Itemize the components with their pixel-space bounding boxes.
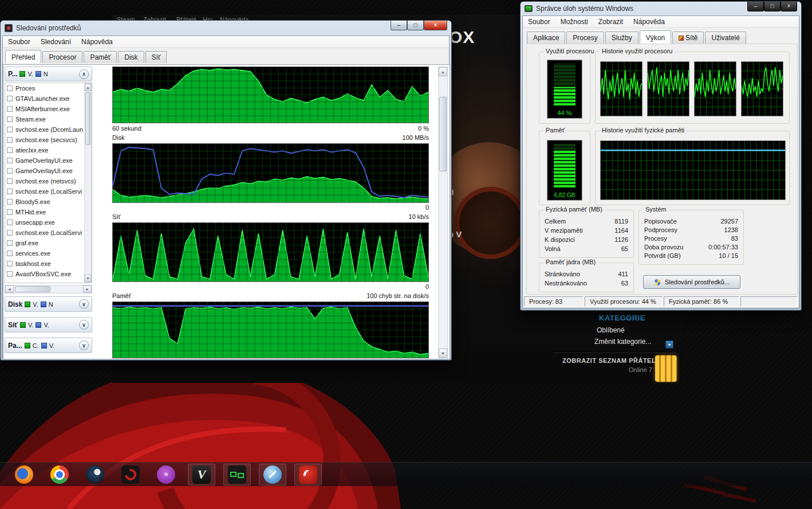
menu-zobrazit[interactable]: Zobrazit bbox=[593, 16, 628, 28]
scrollbar-thumb[interactable] bbox=[439, 97, 447, 171]
checkbox[interactable] bbox=[7, 199, 13, 205]
tab-sluzby[interactable]: Služby bbox=[605, 32, 638, 44]
tab-uzivatele[interactable]: Uživatelé bbox=[705, 32, 746, 44]
close-button[interactable]: × bbox=[424, 21, 447, 30]
tab-procesor[interactable]: Procesor bbox=[42, 51, 82, 63]
scrollbar-thumb[interactable] bbox=[15, 286, 50, 292]
process-row[interactable]: taskhost.exe bbox=[5, 259, 84, 269]
open-resource-monitor-button[interactable]: Sledování prostředků... bbox=[643, 275, 740, 289]
checkbox[interactable] bbox=[7, 116, 13, 122]
checkbox[interactable] bbox=[7, 261, 13, 267]
process-row[interactable]: atieclxx.exe bbox=[5, 145, 84, 155]
taskbar-item-steam[interactable] bbox=[81, 464, 109, 485]
category-favorites-link[interactable]: Oblíbené bbox=[597, 326, 625, 334]
scroll-down-icon[interactable]: ▼ bbox=[439, 349, 447, 358]
menu-napoveda[interactable]: Nápověda bbox=[628, 16, 670, 28]
checkbox[interactable] bbox=[7, 220, 13, 225]
process-row[interactable]: GTAVLauncher.exe bbox=[5, 93, 84, 104]
tab-sit[interactable]: Síť bbox=[145, 51, 167, 63]
cpu-section-header[interactable]: P... V. N ∧ bbox=[5, 66, 92, 81]
process-row[interactable]: Bloody5.exe bbox=[5, 197, 84, 207]
scroll-up-icon[interactable]: ▲ bbox=[85, 84, 91, 91]
process-list-hscrollbar[interactable]: ◄ ► bbox=[5, 285, 92, 293]
tab-site[interactable]: Sítě bbox=[672, 32, 704, 44]
scroll-up-icon[interactable]: ▲ bbox=[439, 67, 447, 76]
taskbar-item-gog[interactable]: G bbox=[152, 464, 180, 485]
tab-vykon[interactable]: Výkon bbox=[640, 30, 671, 44]
process-list-scrollbar[interactable]: ▲ ▼ bbox=[84, 83, 92, 283]
checkbox[interactable] bbox=[7, 106, 13, 112]
friends-yellow-icon[interactable] bbox=[655, 355, 677, 382]
checkbox[interactable] bbox=[7, 250, 13, 256]
process-row[interactable]: svchost.exe (LocalServi bbox=[5, 186, 84, 197]
checkbox[interactable] bbox=[7, 127, 13, 132]
process-row[interactable]: svchost.exe (LocalServi bbox=[5, 228, 84, 238]
scrollbar-thumb[interactable] bbox=[85, 92, 90, 145]
process-list[interactable]: Proces GTAVLauncher.exe MSIAfterburner.e… bbox=[5, 83, 92, 283]
process-row[interactable]: Steam.exe bbox=[5, 114, 84, 124]
process-row[interactable]: MTHid.exe bbox=[5, 207, 84, 217]
checkbox[interactable] bbox=[7, 271, 13, 277]
scroll-left-icon[interactable]: ◄ bbox=[5, 285, 14, 293]
taskbar-item-firefox[interactable] bbox=[10, 464, 38, 485]
disk-section-header[interactable]: Disk V. N ∨ bbox=[5, 296, 92, 312]
process-row[interactable]: AvastVBoxSVC.exe bbox=[5, 269, 84, 279]
menu-moznosti[interactable]: Možnosti bbox=[555, 16, 593, 28]
resource-monitor-titlebar[interactable]: Sledování prostředků – □ × bbox=[2, 21, 450, 36]
show-friends-list-link[interactable]: ZOBRAZIT SEZNAM PŘÁTEL bbox=[562, 357, 656, 364]
close-button[interactable]: × bbox=[781, 2, 797, 11]
minimize-button[interactable]: – bbox=[747, 2, 764, 11]
menu-sledovani[interactable]: Sledování bbox=[36, 36, 76, 48]
taskbar-item-compass-browser[interactable] bbox=[259, 464, 286, 485]
tab-aplikace[interactable]: Aplikace bbox=[527, 32, 565, 44]
checkbox[interactable] bbox=[7, 240, 13, 246]
taskbar-item-msi[interactable] bbox=[294, 464, 322, 485]
checkbox[interactable] bbox=[7, 209, 13, 215]
collapse-chevron-icon[interactable]: ∧ bbox=[79, 69, 89, 79]
scroll-right-icon[interactable]: ► bbox=[83, 285, 92, 293]
tab-procesy[interactable]: Procesy bbox=[566, 32, 604, 44]
menu-napoveda[interactable]: Nápověda bbox=[76, 36, 118, 48]
tab-pamet[interactable]: Paměť bbox=[84, 51, 117, 63]
process-list-header-row[interactable]: Proces bbox=[5, 83, 84, 93]
tab-disk[interactable]: Disk bbox=[118, 51, 144, 63]
checkbox[interactable] bbox=[7, 96, 13, 101]
checkbox[interactable] bbox=[7, 147, 13, 153]
expand-chevron-icon[interactable]: ∨ bbox=[79, 299, 89, 309]
taskbar-item-chrome[interactable] bbox=[46, 464, 73, 485]
taskbar-item-red-swirl-app[interactable] bbox=[117, 464, 144, 485]
taskbar-item-dual-monitor[interactable] bbox=[223, 464, 251, 485]
checkbox[interactable] bbox=[7, 189, 13, 194]
maximize-button[interactable]: □ bbox=[764, 2, 781, 11]
checkbox[interactable] bbox=[7, 85, 13, 91]
scroll-down-icon[interactable]: ▼ bbox=[665, 340, 673, 349]
expand-chevron-icon[interactable]: ∨ bbox=[79, 320, 89, 330]
process-row[interactable]: GameOverlayUI.exe bbox=[5, 166, 84, 176]
scroll-down-icon[interactable]: ▼ bbox=[85, 275, 91, 282]
menu-soubor[interactable]: Soubor bbox=[3, 36, 36, 48]
menu-soubor[interactable]: Soubor bbox=[523, 16, 555, 28]
memory-section-header[interactable]: Pa... C. V. ∨ bbox=[5, 338, 92, 353]
tab-prehled[interactable]: Přehled bbox=[5, 50, 41, 63]
process-row[interactable]: MSIAfterburner.exe bbox=[5, 104, 84, 114]
process-row[interactable]: GameOverlayUI.exe bbox=[5, 155, 84, 166]
process-row[interactable]: unsecapp.exe bbox=[5, 217, 84, 228]
process-row[interactable]: svchost.exe (netsvcs) bbox=[5, 176, 84, 186]
change-categories-link[interactable]: Změnit kategorie... bbox=[594, 338, 651, 346]
minimize-button[interactable]: – bbox=[391, 21, 407, 30]
process-row[interactable]: graf.exe bbox=[5, 238, 84, 248]
taskbar-item-gta-v[interactable]: V bbox=[188, 464, 215, 485]
task-manager-titlebar[interactable]: Správce úloh systému Windows – □ × bbox=[522, 2, 799, 15]
network-section-header[interactable]: Síť V. V. ∨ bbox=[5, 317, 92, 332]
process-row[interactable]: svchost.exe (secsvcs) bbox=[5, 135, 84, 145]
checkbox[interactable] bbox=[7, 137, 13, 143]
process-row[interactable]: services.exe bbox=[5, 248, 84, 259]
process-row[interactable]: svchost.exe (DcomLaun bbox=[5, 124, 84, 135]
checkbox[interactable] bbox=[7, 168, 13, 174]
checkbox[interactable] bbox=[7, 230, 13, 236]
charts-scrollbar[interactable]: ▲ ▼ bbox=[438, 66, 448, 358]
maximize-button[interactable]: □ bbox=[407, 21, 424, 30]
checkbox[interactable] bbox=[7, 178, 13, 184]
checkbox[interactable] bbox=[7, 158, 13, 163]
expand-chevron-icon[interactable]: ∨ bbox=[79, 340, 89, 350]
